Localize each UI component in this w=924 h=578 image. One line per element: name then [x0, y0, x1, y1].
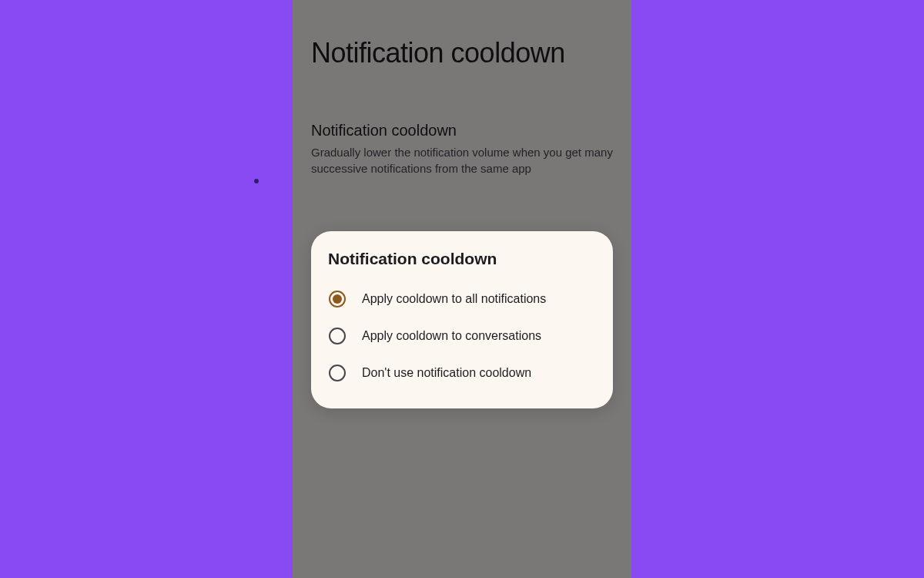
dialog-title: Notification cooldown	[323, 250, 601, 268]
dot-marker	[254, 179, 259, 183]
phone-screen: Notification cooldown Notification coold…	[293, 0, 631, 578]
radio-label: Don't use notification cooldown	[362, 366, 531, 380]
radio-label: Apply cooldown to conversations	[362, 329, 541, 343]
radio-option-conversations[interactable]: Apply cooldown to conversations	[323, 318, 601, 355]
radio-icon	[328, 364, 346, 382]
radio-label: Apply cooldown to all notifications	[362, 292, 546, 306]
radio-icon	[328, 327, 346, 345]
radio-icon	[328, 290, 346, 308]
radio-option-all[interactable]: Apply cooldown to all notifications	[323, 281, 601, 318]
radio-option-disable[interactable]: Don't use notification cooldown	[323, 355, 601, 391]
dialog-notification-cooldown: Notification cooldown Apply cooldown to …	[311, 231, 613, 408]
